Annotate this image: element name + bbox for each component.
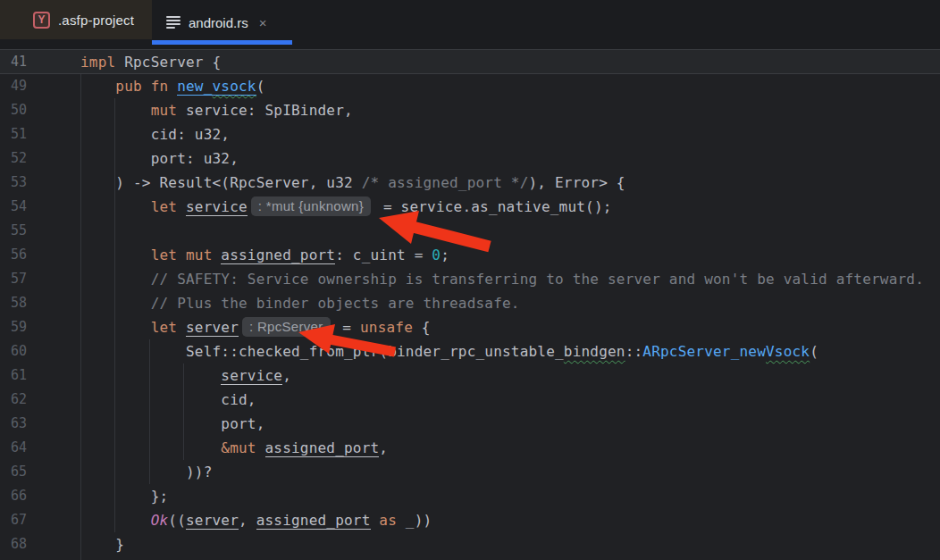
line-number[interactable]: 56: [7, 243, 27, 267]
code-segment: ), Error> {: [528, 174, 625, 191]
code-segment: Self::checked_from_ptr(binder_rpc_unstab…: [80, 343, 564, 360]
line-number[interactable]: 51: [7, 122, 27, 146]
code-line[interactable]: 62 cid,: [0, 388, 940, 412]
line-number[interactable]: 61: [7, 364, 27, 388]
code-segment: pub fn: [115, 78, 177, 95]
file-icon: [166, 16, 180, 29]
project-widget[interactable]: Y .asfp-project: [0, 0, 152, 39]
code-segment: vsock: [213, 78, 256, 96]
main-toolbar: Y .asfp-project android.rs ×: [0, 0, 940, 50]
line-number[interactable]: 57: [7, 267, 27, 291]
tab-label: android.rs: [189, 15, 248, 30]
code-line[interactable]: 49 pub fn new_vsock(: [0, 74, 940, 98]
code-line[interactable]: 54 let service: *mut {unknown} = service…: [0, 195, 940, 219]
code-segment: 0: [432, 247, 441, 263]
code-text: // Plus the binder objects are threadsaf…: [80, 291, 520, 315]
code-text: ))?: [80, 460, 213, 484]
code-line[interactable]: 68 }: [0, 532, 940, 556]
code-segment: [80, 271, 151, 288]
code-line[interactable]: 66 };: [0, 484, 940, 508]
code-segment: bindgen: [564, 343, 625, 360]
close-icon[interactable]: ×: [259, 16, 267, 29]
code-segment: [80, 198, 151, 215]
inlay-hint-chip[interactable]: : RpcServer: [242, 317, 331, 337]
code-segment: ::: [625, 343, 643, 360]
line-number[interactable]: 62: [7, 388, 27, 412]
code-segment: service: [186, 198, 248, 216]
line-number[interactable]: 50: [7, 98, 27, 122]
code-segment: service: SpIBinder,: [186, 102, 353, 119]
code-segment: impl: [80, 54, 124, 71]
line-number[interactable]: 54: [7, 195, 27, 219]
code-text: let mut assigned_port: c_uint = 0;: [80, 243, 449, 267]
code-line[interactable]: 57 // SAFETY: Service ownership is trans…: [0, 267, 940, 291]
project-icon: Y: [33, 12, 50, 29]
code-segment: [80, 512, 151, 529]
code-segment: mut: [151, 102, 186, 119]
line-number[interactable]: 53: [7, 171, 27, 195]
code-line[interactable]: 53 ) -> Result<(RpcServer, u32 /* assign…: [0, 171, 940, 195]
line-number[interactable]: 55: [7, 219, 27, 243]
line-number[interactable]: 60: [7, 339, 27, 364]
code-segment: new_: [177, 78, 212, 96]
line-number[interactable]: 52: [7, 146, 27, 171]
code-segment: port,: [80, 415, 265, 432]
code-segment: };: [80, 488, 168, 505]
code-segment: assigned_port: [265, 439, 380, 457]
code-segment: ((: [168, 512, 186, 529]
code-line[interactable]: 50 mut service: SpIBinder,: [0, 98, 940, 122]
code-segment: port: u32,: [80, 150, 239, 167]
code-segment: /* assigned_port */: [362, 174, 529, 191]
line-number[interactable]: 67: [7, 508, 27, 532]
code-line[interactable]: 51 cid: u32,: [0, 122, 940, 146]
line-number[interactable]: 49: [7, 74, 27, 98]
code-lines[interactable]: 49 pub fn new_vsock(50 mut service: SpIB…: [0, 74, 940, 560]
code-segment: let: [151, 319, 186, 336]
line-number[interactable]: 41: [7, 50, 27, 74]
code-segment: cid,: [80, 391, 256, 408]
editor-tab-android-rs[interactable]: android.rs ×: [152, 0, 292, 45]
code-line[interactable]: 58 // Plus the binder objects are thread…: [0, 291, 940, 315]
code-line[interactable]: 67 Ok((server, assigned_port as _)): [0, 508, 940, 532]
code-text: impl RpcServer {: [80, 50, 221, 74]
line-number[interactable]: 59: [7, 315, 27, 339]
line-number[interactable]: 58: [7, 291, 27, 315]
code-segment: _)): [397, 512, 432, 529]
line-number[interactable]: 66: [7, 484, 27, 508]
code-segment: }: [80, 536, 124, 553]
line-number[interactable]: 63: [7, 412, 27, 436]
code-line[interactable]: 55: [0, 219, 940, 243]
code-line[interactable]: 56 let mut assigned_port: c_uint = 0;: [0, 243, 940, 267]
code-segment: ARpcServer_new: [642, 343, 766, 360]
line-number[interactable]: 68: [7, 532, 27, 556]
code-line[interactable]: 61 service,: [0, 364, 940, 388]
code-segment: [80, 247, 151, 263]
inlay-hint-chip[interactable]: : *mut {unknown}: [251, 196, 371, 216]
code-segment: cid: u32,: [80, 126, 230, 143]
code-segment: service: [221, 367, 282, 385]
code-text: // SAFETY: Service ownership is transfer…: [80, 267, 924, 291]
code-text: port,: [80, 412, 265, 436]
code-text: let server: RpcServer = unsafe {: [80, 315, 431, 339]
code-line[interactable]: 52 port: u32,: [0, 146, 940, 171]
code-text: ) -> Result<(RpcServer, u32 /* assigned_…: [80, 171, 625, 195]
line-number[interactable]: 64: [7, 436, 27, 460]
sticky-scope-line[interactable]: 41impl RpcServer {: [0, 50, 940, 74]
code-segment: ))?: [80, 464, 213, 481]
code-segment: [371, 512, 380, 529]
code-line[interactable]: 65 ))?: [0, 460, 940, 484]
project-name-label: .asfp-project: [58, 13, 134, 28]
code-text: cid: u32,: [80, 122, 230, 146]
line-number[interactable]: 65: [7, 460, 27, 484]
code-segment: (: [810, 343, 818, 360]
code-line[interactable]: 60 Self::checked_from_ptr(binder_rpc_uns…: [0, 339, 940, 364]
code-line[interactable]: 63 port,: [0, 412, 940, 436]
code-line[interactable]: 59 let server: RpcServer = unsafe {: [0, 315, 940, 339]
code-segment: ,: [239, 512, 256, 529]
code-line[interactable]: 64 &mut assigned_port,: [0, 436, 940, 460]
code-segment: [80, 78, 115, 95]
code-segment: =: [334, 319, 361, 336]
code-segment: ;: [441, 247, 449, 263]
code-text: }: [80, 532, 124, 556]
code-segment: server: [186, 512, 239, 530]
